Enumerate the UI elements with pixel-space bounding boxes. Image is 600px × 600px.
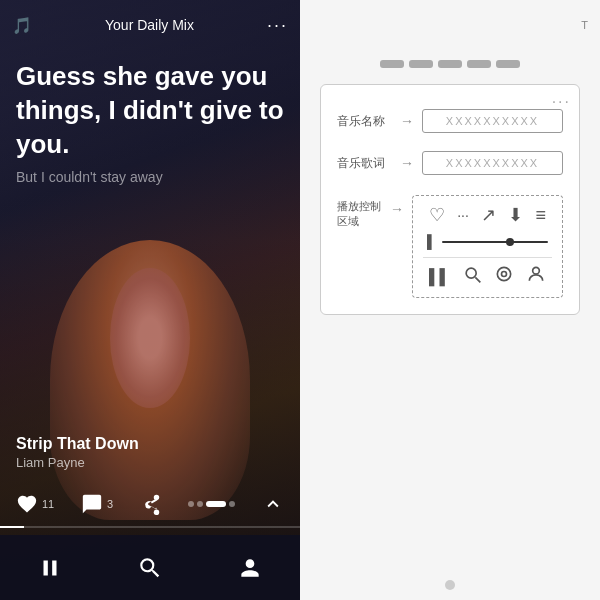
wf-playlist-icon[interactable]: ≡ <box>535 205 546 226</box>
wf-arrow-1: → <box>400 113 414 129</box>
right-bottom-indicator <box>445 580 455 590</box>
person-image <box>50 240 250 520</box>
left-panel: 🎵 Your Daily Mix ··· Guess she gave you … <box>0 0 300 600</box>
lyrics-main-text: Guess she gave you things, I didn't give… <box>16 60 284 161</box>
slide-indicator <box>188 501 235 507</box>
app-icon-area: 🎵 <box>12 16 32 35</box>
wf-field-name-value: XXXXXXXXXX <box>422 109 563 133</box>
wf-control-arrow: → <box>390 201 404 217</box>
dot-4 <box>229 501 235 507</box>
song-artist: Liam Payne <box>16 455 139 470</box>
svg-point-0 <box>466 268 476 278</box>
wf-field-lyrics-value: XXXXXXXXXX <box>422 151 563 175</box>
wf-control-box: ♡ ··· ↗ ⬇ ≡ ▌ ▌▌ <box>412 195 563 298</box>
comment-count: 3 <box>107 498 113 510</box>
wf-heart-icon[interactable]: ♡ <box>429 204 445 226</box>
wf-progress-line[interactable] <box>442 241 548 243</box>
wf-field-lyrics-label: 音乐歌词 <box>337 155 392 172</box>
chevron-up-icon <box>262 493 284 515</box>
dot-1 <box>188 501 194 507</box>
dot-3-active <box>206 501 226 507</box>
wf-control-zone: 播放控制区域 → ♡ ··· ↗ ⬇ ≡ ▌ <box>337 195 563 298</box>
lyrics-area: Guess she gave you things, I didn't give… <box>16 60 284 185</box>
wf-pause-icon[interactable]: ▌▌ <box>429 268 450 285</box>
share-icon <box>140 493 162 515</box>
progress-fill <box>0 526 24 528</box>
pause-icon <box>37 555 63 581</box>
wf-main-box: ··· 音乐名称 → XXXXXXXXXX 音乐歌词 → XXXXXXXXXX … <box>320 84 580 315</box>
wf-field-lyrics: 音乐歌词 → XXXXXXXXXX <box>337 151 563 175</box>
search-nav-button[interactable] <box>137 555 163 581</box>
wf-arrow-2: → <box>400 155 414 171</box>
wf-dot-2 <box>409 60 433 68</box>
expand-button[interactable] <box>262 493 284 515</box>
profile-nav-button[interactable] <box>237 555 263 581</box>
comment-icon <box>81 493 103 515</box>
wf-pagination <box>320 60 580 68</box>
wf-progress-thumb <box>506 238 514 246</box>
wf-bars-icon: ▌ <box>427 234 436 249</box>
lyrics-sub-text: But I couldn't stay away <box>16 169 284 185</box>
svg-point-2 <box>497 267 510 280</box>
wf-field-name: 音乐名称 → XXXXXXXXXX <box>337 109 563 133</box>
dot-2 <box>197 501 203 507</box>
wf-progress-row: ▌ <box>423 234 552 249</box>
wireframe-container: ··· 音乐名称 → XXXXXXXXXX 音乐歌词 → XXXXXXXXXX … <box>320 60 580 580</box>
wf-dots-icon[interactable]: ··· <box>457 207 469 223</box>
svg-point-3 <box>502 272 507 277</box>
share-button[interactable] <box>140 493 162 515</box>
profile-nav-icon <box>237 555 263 581</box>
svg-line-1 <box>475 277 480 282</box>
actions-bar: 11 3 <box>16 493 284 515</box>
wf-share-icon[interactable]: ↗ <box>481 204 496 226</box>
bottom-nav <box>0 535 300 600</box>
wf-download-icon[interactable]: ⬇ <box>508 204 523 226</box>
svg-point-4 <box>533 267 540 274</box>
progress-bar[interactable] <box>0 526 300 528</box>
wf-dot-4 <box>467 60 491 68</box>
heart-icon <box>16 493 38 515</box>
search-nav-icon <box>137 555 163 581</box>
wf-control-icons: ♡ ··· ↗ ⬇ ≡ <box>423 204 552 226</box>
wf-dot-1 <box>380 60 404 68</box>
wf-dot-5 <box>496 60 520 68</box>
top-bar: 🎵 Your Daily Mix ··· <box>0 0 300 50</box>
like-button[interactable]: 11 <box>16 493 54 515</box>
wf-loop-icon[interactable] <box>494 264 514 289</box>
wf-field-name-label: 音乐名称 <box>337 113 392 130</box>
music-icon: 🎵 <box>12 16 32 35</box>
wf-more-dots[interactable]: ··· <box>552 93 571 111</box>
playlist-title: Your Daily Mix <box>105 17 194 33</box>
song-title: Strip That Down <box>16 435 139 453</box>
more-menu-icon[interactable]: ··· <box>267 15 288 36</box>
right-panel: T ··· 音乐名称 → XXXXXXXXXX 音乐歌词 → XXXXXXXXX <box>300 0 600 600</box>
like-count: 11 <box>42 498 54 510</box>
wf-bottom-icons: ▌▌ <box>423 257 552 289</box>
song-info: Strip That Down Liam Payne <box>16 435 139 470</box>
right-top-label: T <box>581 19 588 31</box>
pause-button[interactable] <box>37 555 63 581</box>
right-top-bar: T <box>300 0 600 50</box>
comment-button[interactable]: 3 <box>81 493 113 515</box>
wf-control-label: 播放控制区域 <box>337 195 382 230</box>
wf-user-icon[interactable] <box>526 264 546 289</box>
wf-dot-3 <box>438 60 462 68</box>
wf-search-icon[interactable] <box>462 264 482 289</box>
